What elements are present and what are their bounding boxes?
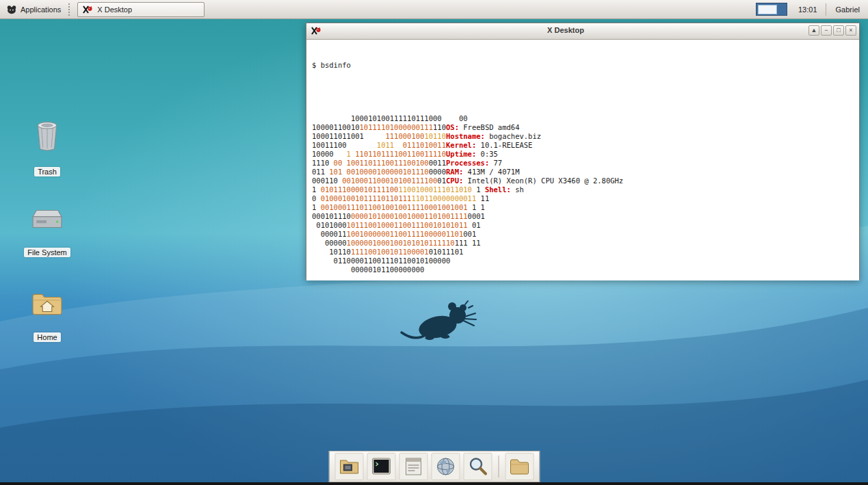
search-icon	[466, 456, 488, 477]
terminal-art: 100010100111110111000 001000011001010111…	[312, 114, 854, 274]
panel-separator	[826, 3, 826, 16]
dock-file-manager-button[interactable]	[334, 453, 363, 480]
desktop-icon-label: Home	[34, 332, 60, 342]
dock-home-folder-button[interactable]	[505, 453, 534, 480]
terminal-art-line: 100011011001 11100010010110Hostname: bog…	[312, 132, 854, 141]
xfce-mouse-icon	[6, 4, 17, 15]
terminal-art-line: 011 101 00100001000001011100000RAM: 413M…	[312, 168, 854, 176]
terminal-art-line: 011000011001110110010100000	[312, 257, 854, 265]
dock-web-browser-button[interactable]	[431, 453, 460, 480]
top-panel: Applications X Desktop 13:01 Gabriel	[0, 0, 868, 19]
desktop-icon-label: Trash	[34, 167, 60, 176]
window-titlebar[interactable]: X Desktop ▲ − □ ×	[306, 23, 859, 40]
terminal-art-line: 1011011110010010110000101011101	[312, 248, 854, 257]
window-daemon-icon	[311, 25, 321, 36]
window-buttons: ▲ − □ ×	[808, 25, 856, 36]
desktop-icon-trash[interactable]: Trash	[18, 120, 76, 177]
workspace-pager[interactable]	[756, 3, 787, 16]
applications-menu-button[interactable]: Applications	[0, 0, 67, 18]
trash-icon	[33, 120, 62, 152]
xfce-mouse-logo	[399, 294, 481, 348]
terminal-art-line: 100010100111110111000 00	[312, 114, 854, 123]
desktop-icon-label: File System	[24, 248, 70, 257]
terminal-art-line: 000011100100000011001111000001101001	[312, 230, 854, 239]
pager-window-preview	[758, 5, 777, 14]
filesystem-icon	[31, 207, 63, 233]
dock-terminal-button[interactable]	[367, 453, 395, 480]
terminal-art-line: 00000101100000000	[312, 265, 854, 274]
file-manager-icon	[338, 456, 360, 477]
terminal-art-line: 000001000001000100101010111110111 11	[312, 239, 854, 248]
terminal-art-line: 0 010001001011110110111110110000000011 1…	[312, 194, 854, 203]
maximize-button[interactable]: □	[833, 25, 844, 36]
panel-handle[interactable]	[68, 3, 75, 16]
terminal-art-line: 1 0010001110110010010011110001001001 1 1	[312, 203, 854, 212]
home-folder-icon	[31, 291, 63, 317]
terminal-art-line: 1 01011100001011110011001000111011010 1 …	[312, 185, 854, 194]
terminal-art-line: 10000 1 110110111100110011110Uptime: 0:3…	[312, 150, 854, 159]
terminal-icon	[370, 456, 392, 477]
web-browser-icon	[434, 456, 456, 477]
shade-button[interactable]: ▲	[808, 25, 819, 36]
screen: Applications X Desktop 13:01 Gabriel	[0, 0, 868, 485]
screen-edge	[0, 482, 868, 485]
desktop-icon-filesystem[interactable]: File System	[18, 207, 76, 258]
terminal-art-line: 1000011001010111101000000111110OS: FreeB…	[312, 123, 854, 132]
daemon-window-icon	[82, 4, 93, 15]
terminal-art-line: 000110 001000110001010011110001CPU: Inte…	[312, 176, 854, 185]
applications-label: Applications	[21, 5, 61, 14]
dock	[328, 451, 540, 482]
command-line: $ bsdinfo	[312, 61, 854, 70]
dock-text-editor-button[interactable]	[399, 453, 428, 480]
taskbar-window-button[interactable]: X Desktop	[77, 2, 205, 17]
close-button[interactable]: ×	[845, 25, 856, 36]
task-button-label: X Desktop	[97, 5, 132, 14]
terminal-window: X Desktop ▲ − □ × $ bsdinfo 100010100111…	[306, 23, 860, 280]
terminal-body[interactable]: $ bsdinfo 100010100111110111000 00100001…	[306, 40, 859, 280]
window-title: X Desktop	[334, 26, 798, 34]
clock[interactable]: 13:01	[798, 5, 817, 14]
terminal-art-line: 10011100 1011 0111010011Kernel: 10.1-REL…	[312, 141, 854, 150]
terminal-art-line: 01010001011100100011001110010101011 01	[312, 221, 854, 230]
terminal-art-line: 1110 00 10011011100111001000011Processes…	[312, 159, 854, 168]
dock-app-finder-button[interactable]	[463, 453, 492, 480]
minimize-button[interactable]: −	[821, 25, 832, 36]
text-editor-icon	[402, 456, 424, 477]
terminal-art-line: 0001011100000101000100100011010011110001	[312, 212, 854, 221]
user-menu-button[interactable]: Gabriel	[828, 5, 868, 14]
desktop-icon-home[interactable]: Home	[18, 291, 76, 343]
folder-icon	[508, 456, 530, 477]
dock-separator	[498, 456, 499, 477]
